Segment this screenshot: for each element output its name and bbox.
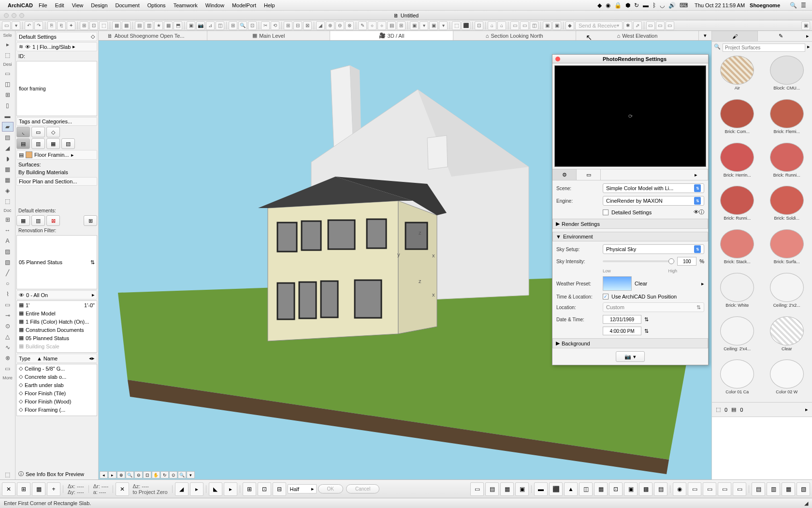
surface-item[interactable]: Brick: Flemi... <box>764 99 811 140</box>
palette-btn[interactable]: ▧ <box>797 482 810 496</box>
list-item[interactable]: ▦Construction Documents <box>17 326 97 334</box>
surface-item[interactable]: Air <box>714 56 761 96</box>
list-item[interactable]: ◇Ceiling - 5/8" G... <box>17 364 97 373</box>
surfaces-tab[interactable]: 🖌 <box>711 31 757 41</box>
palette-btn[interactable]: ▦ <box>782 482 795 496</box>
tool-btn[interactable]: ⊟ <box>293 21 302 30</box>
palette-btn[interactable]: ⬛ <box>549 482 563 496</box>
date-input[interactable] <box>603 315 641 324</box>
tool-btn[interactable]: ▣ <box>187 21 195 30</box>
skylight-tool[interactable]: ▦ <box>2 164 14 174</box>
stepper[interactable]: ⇅ <box>644 316 649 323</box>
tool-btn[interactable]: ✦ <box>67 21 75 30</box>
tool-btn[interactable]: ✎ <box>358 21 367 30</box>
tool-btn[interactable]: ⬛ <box>462 21 470 30</box>
tool-btn[interactable]: ▾ <box>12 21 20 30</box>
surface-item[interactable]: Brick: Herrin... <box>714 143 761 183</box>
palette-btn[interactable]: ▲ <box>564 482 578 496</box>
menu-help[interactable]: Help <box>264 2 275 8</box>
menu-design[interactable]: Design <box>91 2 107 8</box>
morph-tool[interactable]: ◈ <box>2 186 14 195</box>
palette-btn[interactable]: ⊡ <box>609 482 623 496</box>
surface-item[interactable]: Ceiling: 2'x2... <box>764 273 811 314</box>
tool-btn[interactable]: ▣ <box>429 21 438 30</box>
snap-btn[interactable]: ◣ <box>209 482 222 496</box>
search-menu[interactable]: ▸ <box>807 44 810 52</box>
arc-tool[interactable]: ○ <box>2 279 14 288</box>
vc-btn[interactable]: ▸ <box>108 471 116 478</box>
composite-selector[interactable]: ▤ Floor Framin...▸ <box>16 150 97 160</box>
spline-tool[interactable]: ∿ <box>2 343 14 352</box>
surfaces-search[interactable] <box>723 44 805 52</box>
tool-btn[interactable]: ⊡ <box>248 21 257 30</box>
tool-btn[interactable]: ▭ <box>656 21 665 30</box>
tool-btn[interactable]: ▾ <box>420 21 428 30</box>
geometry-btn[interactable]: ◇ <box>46 127 60 137</box>
list-item[interactable]: ◇Floor Finish (Tile) <box>17 389 97 397</box>
scene-select[interactable]: Simple Color Model with Li...⇅ <box>603 183 704 193</box>
vc-btn[interactable]: 🔍 <box>178 471 186 478</box>
surface-item[interactable]: Ceiling: 2'x4... <box>714 316 761 357</box>
volume-icon[interactable]: 🔊 <box>668 2 676 9</box>
tool-btn[interactable]: ↷ <box>34 21 43 30</box>
render-settings-accordion[interactable]: ▶Render Settings <box>552 219 708 229</box>
slab-tool[interactable]: ▰ <box>2 122 14 132</box>
tool-btn[interactable]: ▾ <box>439 21 448 30</box>
snap-btn[interactable]: ⊞ <box>243 482 256 496</box>
snap-btn[interactable]: ⊡ <box>258 482 271 496</box>
plus-btn[interactable]: + <box>47 482 60 496</box>
tool-btn[interactable]: ⊿ <box>206 21 215 30</box>
marquee-tool[interactable]: ⬚ <box>2 50 14 60</box>
tool-btn[interactable]: ⬚ <box>99 21 108 30</box>
tool-btn[interactable]: ↶ <box>25 21 33 30</box>
list-item[interactable]: ▦1 Fills (Color) Hatch (On)... <box>17 317 97 326</box>
sun-checkbox[interactable]: ✓ <box>603 294 609 299</box>
tool-btn[interactable]: ▦ <box>122 21 130 30</box>
tool-btn[interactable]: ⎘ <box>47 21 56 30</box>
dimension-tool[interactable]: ↔ <box>2 225 14 235</box>
dropbox-icon[interactable]: ⬢ <box>625 2 630 9</box>
tool-btn[interactable]: ▤ <box>135 21 144 30</box>
list-item[interactable]: ◇Floor Framing (... <box>17 405 97 414</box>
grid-btn[interactable]: ▦ <box>32 482 45 496</box>
tool-btn[interactable]: ◢ <box>316 21 325 30</box>
arrow-tool[interactable]: ▸ <box>2 40 14 49</box>
vc-btn[interactable]: ⊕ <box>117 471 125 478</box>
menu-view[interactable]: View <box>72 2 84 8</box>
tab-menu[interactable]: ▾ <box>699 31 711 40</box>
weather-menu[interactable]: ▸ <box>701 281 704 287</box>
tool-btn[interactable]: 📷 <box>196 21 205 30</box>
environment-accordion[interactable]: ▼Environment <box>552 232 708 241</box>
section-tool[interactable]: ⊸ <box>2 311 14 320</box>
palette-btn[interactable]: ▭ <box>718 482 731 496</box>
surface-item[interactable]: Brick: Com... <box>714 99 761 140</box>
list-item[interactable]: ◇Operator <box>17 414 97 416</box>
background-accordion[interactable]: ▶Background <box>552 338 708 348</box>
struct-btn[interactable]: ▧ <box>61 138 75 149</box>
vc-btn[interactable]: ◂ <box>100 471 108 478</box>
struct-btn[interactable]: ▦ <box>46 138 60 149</box>
tool-btn[interactable]: ⊞ <box>397 21 406 30</box>
stair-tool[interactable]: ▤ <box>2 133 14 142</box>
user-menu[interactable]: Shoegnome <box>750 2 780 8</box>
change-tool[interactable]: △ <box>2 332 14 342</box>
tool-btn[interactable]: ◆ <box>566 21 574 30</box>
shell-tool[interactable]: ◗ <box>2 154 14 164</box>
text-tool[interactable]: A <box>2 236 14 246</box>
tool-btn[interactable]: ⊖ <box>335 21 344 30</box>
polyline-tool[interactable]: ⌇ <box>2 289 14 299</box>
lock-icon[interactable]: 🔒 <box>614 2 622 9</box>
surface-item[interactable]: Brick: Runni... <box>764 143 811 183</box>
bluetooth-icon[interactable]: ᛒ <box>652 2 656 9</box>
vc-btn[interactable]: ↻ <box>160 471 169 478</box>
tab-3d[interactable]: 🎥3D / All <box>330 31 453 40</box>
tool-btn[interactable]: ⬀ <box>633 21 642 30</box>
palette-btn[interactable]: ▭ <box>733 482 746 496</box>
vc-btn[interactable]: ⊡ <box>143 471 151 478</box>
tool-btn[interactable]: ⟐ <box>377 21 386 30</box>
vc-btn[interactable]: ⊖ <box>134 471 143 478</box>
tab-section[interactable]: ⌂Section Looking North <box>453 31 576 40</box>
tool-btn[interactable]: ▦ <box>112 21 121 30</box>
close-icon[interactable] <box>555 57 560 61</box>
palette-btn[interactable]: ▥ <box>767 482 780 496</box>
